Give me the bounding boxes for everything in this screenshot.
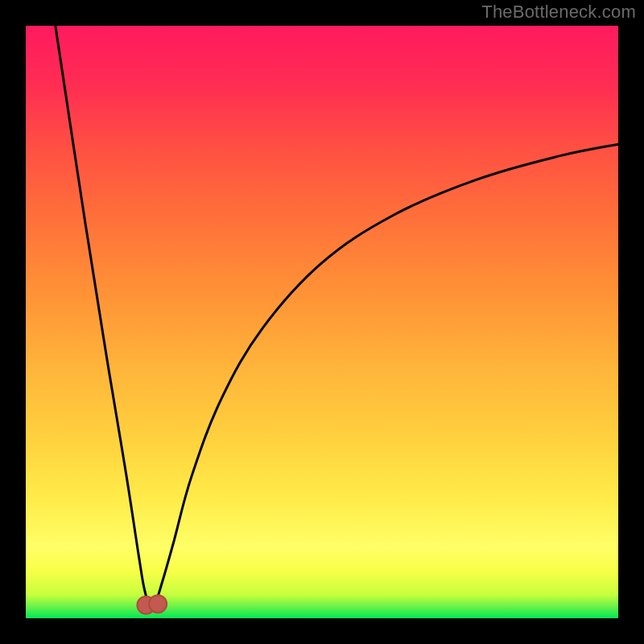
min-markers [137, 595, 167, 614]
bottleneck-curve [56, 26, 618, 607]
min-marker-right [149, 595, 167, 613]
outer-frame: TheBottleneck.com [0, 0, 644, 644]
watermark-text: TheBottleneck.com [481, 2, 636, 23]
chart-svg [26, 26, 618, 618]
plot-area [26, 26, 618, 618]
